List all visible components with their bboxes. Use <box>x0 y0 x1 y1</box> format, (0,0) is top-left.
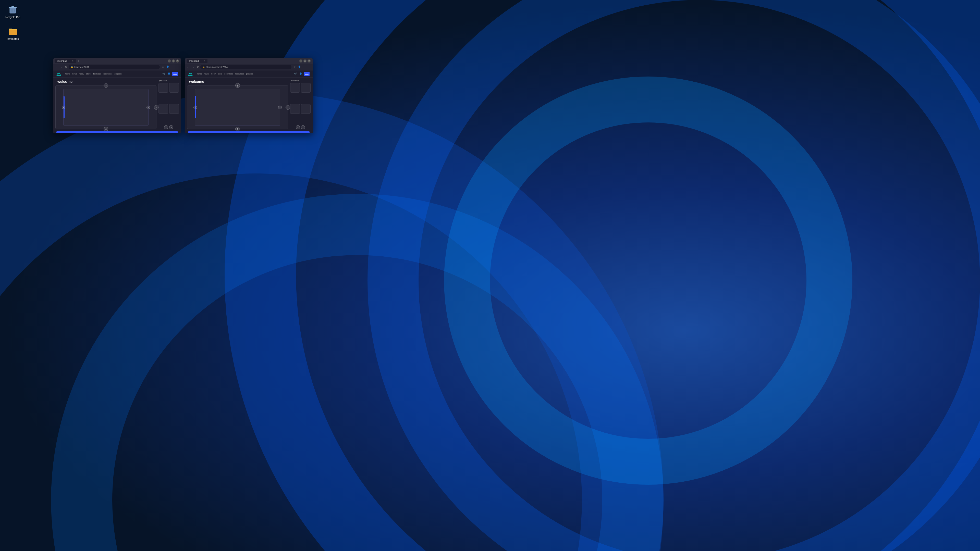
templates-folder-image <box>8 26 18 36</box>
hamburger-menu-right[interactable] <box>304 72 310 76</box>
nav-home-right[interactable]: home <box>197 73 202 75</box>
preview-nav-next-right[interactable]: › <box>301 125 305 129</box>
recycle-bin-image <box>8 4 18 14</box>
nav-home-left[interactable]: home <box>65 73 70 75</box>
nav-news-left[interactable]: news <box>72 73 77 75</box>
nav-projects-right[interactable]: projects <box>246 73 253 75</box>
minimize-button-right[interactable]: ─ <box>299 59 302 62</box>
browser-tab-active-right[interactable]: moonpad ✕ <box>187 59 207 63</box>
preview-thumbnails-left <box>159 83 179 124</box>
nav-projects-left[interactable]: projects <box>115 73 121 75</box>
tab-close-left[interactable]: ✕ <box>72 60 74 62</box>
inner-carousel-nav-right-btn-right[interactable]: › <box>278 106 282 109</box>
nav-resources-right[interactable]: resources <box>235 73 244 75</box>
site-main-left: welcome ‹ ⇧ ‹ › <box>53 78 181 131</box>
new-tab-button-left[interactable]: + <box>76 59 80 63</box>
preview-thumb-3-right[interactable] <box>290 104 300 114</box>
maximize-button-left[interactable]: □ <box>172 59 175 62</box>
browser-tab-active-left[interactable]: moonpad ✕ <box>56 59 76 63</box>
site-right-panel-left: previews ‹ › <box>159 79 179 129</box>
preview-thumb-3-left[interactable] <box>159 104 168 114</box>
preview-nav-prev-right[interactable]: ‹ <box>296 125 300 129</box>
browser-titlebar-right: moonpad ✕ + ─ □ ✕ <box>185 58 313 64</box>
site-logo-right <box>188 72 192 76</box>
nav-news-right[interactable]: news <box>204 73 209 75</box>
back-button-right[interactable]: ← <box>186 65 190 69</box>
address-bar-right[interactable]: 🔒 https://localhost:7064 <box>200 65 291 69</box>
settings-icon-right[interactable]: ⋮ <box>307 65 311 69</box>
preview-thumb-2-right[interactable] <box>301 83 310 93</box>
carousel-outer-right-btn-right[interactable]: › <box>286 105 290 110</box>
extensions-icon-left[interactable]: ⋯ <box>170 65 175 69</box>
forward-button-left[interactable]: → <box>59 65 63 69</box>
profile-icon-left[interactable]: 👤 <box>165 65 170 69</box>
preview-nav-next-left[interactable]: › <box>169 125 173 129</box>
nav-moov-left[interactable]: moov <box>79 73 84 75</box>
svg-marker-8 <box>188 73 192 75</box>
outer-carousel-left: ‹ ⇧ ‹ › ⇩ › <box>56 85 156 129</box>
templates-folder-icon[interactable]: templates <box>3 24 23 42</box>
nav-download-right[interactable]: download <box>224 73 233 75</box>
browser-toolbar-right: ← → ↻ 🔒 https://localhost:7064 ☆ 👤 ⋯ ⋮ <box>185 64 313 70</box>
preview-nav-prev-left[interactable]: ‹ <box>164 125 168 129</box>
recycle-bin-icon[interactable]: Recycle Bin <box>3 3 23 21</box>
preview-thumb-1-right[interactable] <box>290 83 300 93</box>
site-left-panel-left: welcome ‹ ⇧ ‹ › <box>56 79 156 129</box>
templates-folder-label: templates <box>6 37 19 41</box>
carousel-top-arrow-right[interactable]: ⇧ <box>235 83 240 88</box>
preview-thumb-1-left[interactable] <box>159 83 168 93</box>
svg-marker-7 <box>57 73 60 75</box>
inner-carousel-nav-right-btn[interactable]: › <box>146 106 150 109</box>
hamburger-menu-left[interactable] <box>172 72 178 76</box>
tab-title-right: moonpad <box>189 60 199 62</box>
previews-label-right: previews <box>290 79 310 82</box>
carousel-outer-right-btn[interactable]: › <box>154 105 159 110</box>
close-button-right[interactable]: ✕ <box>307 59 310 62</box>
settings-icon-left[interactable]: ⋮ <box>175 65 180 69</box>
nav-moov-right[interactable]: moov <box>211 73 216 75</box>
nav-store-right[interactable]: store <box>218 73 222 75</box>
svg-rect-1 <box>9 7 17 8</box>
svg-rect-2 <box>11 6 14 7</box>
refresh-button-right[interactable]: ↻ <box>196 65 199 69</box>
user-icon-right[interactable]: 👤 <box>299 72 302 76</box>
nav-resources-left[interactable]: resources <box>103 73 112 75</box>
inner-carousel-nav-left-btn[interactable]: ‹ <box>62 106 65 109</box>
address-bar-left[interactable]: 🔒 localhost:3237 <box>68 65 160 69</box>
nav-store-left[interactable]: store <box>86 73 91 75</box>
tab-strip-right: moonpad ✕ + <box>187 59 242 63</box>
new-tab-button-right[interactable]: + <box>208 59 212 63</box>
inner-carousel-nav-left-btn-right[interactable]: ‹ <box>193 106 197 109</box>
bookmark-icon-left[interactable]: ☆ <box>161 65 165 69</box>
site-main-right: welcome ‹ ⇧ ‹ › <box>185 78 313 131</box>
carousel-area-left: ⇧ ‹ › ⇩ <box>56 85 156 129</box>
cart-icon-left[interactable]: 🛒 <box>162 72 165 76</box>
browser-window-right: moonpad ✕ + ─ □ ✕ ← → ↻ 🔒 https://localh… <box>185 58 313 133</box>
user-icon-left[interactable]: 👤 <box>167 72 171 76</box>
refresh-button-left[interactable]: ↻ <box>64 65 68 69</box>
nav-download-left[interactable]: download <box>93 73 101 75</box>
minimize-button-left[interactable]: ─ <box>168 59 171 62</box>
preview-thumb-4-left[interactable] <box>169 104 179 114</box>
site-nav-actions-left: 🛒 👤 <box>162 72 178 76</box>
close-button-left[interactable]: ✕ <box>176 59 179 62</box>
forward-button-right[interactable]: → <box>191 65 195 69</box>
back-button-left[interactable]: ← <box>55 65 59 69</box>
cart-icon-right[interactable]: 🛒 <box>294 72 298 76</box>
extensions-icon-right[interactable]: ⋯ <box>302 65 306 69</box>
carousel-bottom-arrow-left[interactable]: ⇩ <box>103 127 108 131</box>
window-controls-right: ─ □ ✕ <box>299 59 310 62</box>
hamburger-line-3-right <box>305 75 309 75</box>
bookmark-icon-right[interactable]: ☆ <box>293 65 297 69</box>
carousel-bottom-arrow-right[interactable]: ⇩ <box>235 127 240 131</box>
inner-carousel-right: ‹ › <box>195 89 280 126</box>
site-nav-right: home news moov store download resources … <box>185 70 313 78</box>
carousel-top-arrow-left[interactable]: ⇧ <box>103 83 108 88</box>
tab-close-right[interactable]: ✕ <box>204 60 205 62</box>
hamburger-line-1-left <box>173 73 177 73</box>
site-logo-left <box>56 72 61 76</box>
maximize-button-right[interactable]: □ <box>304 59 307 62</box>
profile-icon-right[interactable]: 👤 <box>298 65 301 69</box>
preview-thumb-4-right[interactable] <box>301 104 310 114</box>
preview-thumb-2-left[interactable] <box>169 83 179 93</box>
